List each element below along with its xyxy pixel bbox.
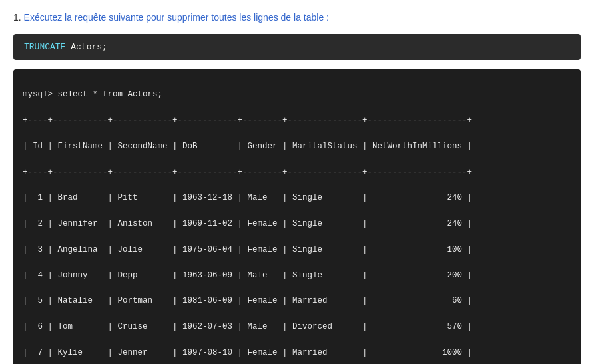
instruction-highlight: Exécutez la requête suivante pour suppri… bbox=[24, 12, 329, 23]
terminal1-header: | Id | FirstName | SecondName | DoB | Ge… bbox=[23, 142, 472, 151]
terminal1-sep2: +----+-----------+------------+---------… bbox=[23, 168, 472, 177]
instruction-text: 1. Exécutez la requête suivante pour sup… bbox=[13, 11, 581, 25]
truncate-keyword: TRUNCATE bbox=[24, 42, 65, 52]
truncate-rest: Actors; bbox=[65, 42, 107, 52]
terminal1-row-1: | 2 | Jennifer | Aniston | 1969-11-02 | … bbox=[23, 219, 472, 228]
terminal1-row-2: | 3 | Angelina | Jolie | 1975-06-04 | Fe… bbox=[23, 245, 472, 254]
terminal1-sep1: +----+-----------+------------+---------… bbox=[23, 116, 472, 125]
terminal1-row-6: | 7 | Kylie | Jenner | 1997-08-10 | Fema… bbox=[23, 348, 472, 357]
truncate-code-block: TRUNCATE Actors; bbox=[13, 34, 581, 60]
terminal1-row-3: | 4 | Johnny | Depp | 1963-06-09 | Male … bbox=[23, 271, 472, 280]
terminal1-row-0: | 1 | Brad | Pitt | 1963-12-18 | Male | … bbox=[23, 193, 472, 202]
terminal-block-1: mysql> select * from Actors; +----+-----… bbox=[13, 69, 581, 364]
instruction-number: 1. bbox=[13, 12, 21, 23]
terminal1-row-4: | 5 | Natalie | Portman | 1981-06-09 | F… bbox=[23, 296, 472, 305]
terminal1-row-5: | 6 | Tom | Cruise | 1962-07-03 | Male |… bbox=[23, 322, 472, 331]
terminal1-prompt: mysql> select * from Actors; bbox=[23, 90, 162, 99]
